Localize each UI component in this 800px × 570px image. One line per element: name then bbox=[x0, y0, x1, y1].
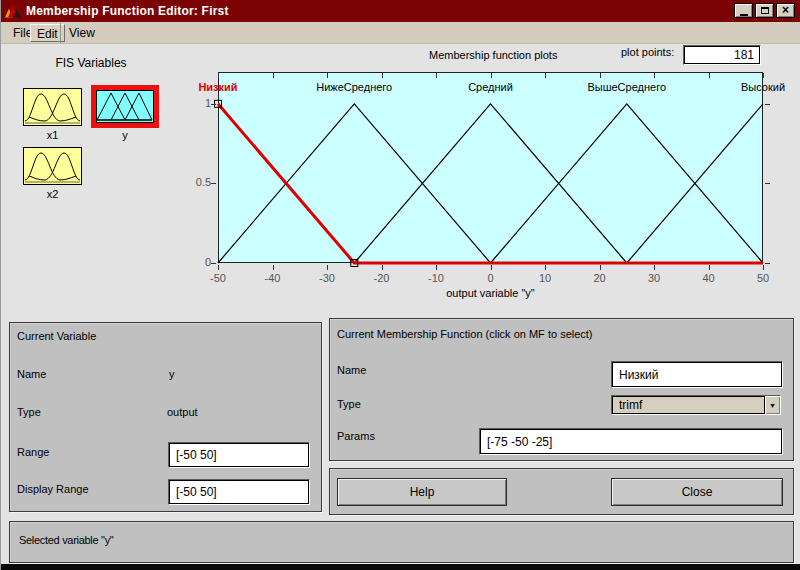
selected-variable-frame bbox=[96, 90, 154, 123]
mf-curve[interactable] bbox=[218, 104, 491, 263]
x-tick-label: 20 bbox=[580, 272, 620, 284]
x-tick bbox=[218, 265, 219, 270]
x-tick-top bbox=[436, 73, 437, 78]
x-tick bbox=[327, 265, 328, 270]
menubar: File Edit View bbox=[1, 22, 800, 44]
display-range-input[interactable] bbox=[168, 479, 310, 505]
gauss-mf-thumbnail bbox=[24, 148, 81, 184]
close-dialog-button[interactable]: Close bbox=[611, 478, 783, 506]
y-tick bbox=[211, 104, 216, 105]
x-tick bbox=[545, 265, 546, 270]
x-tick-top bbox=[491, 73, 492, 78]
x-tick-top bbox=[327, 73, 328, 78]
y-tick bbox=[211, 263, 216, 264]
current-mf-title: Current Membership Function (click on MF… bbox=[337, 328, 593, 340]
x-tick-label: 30 bbox=[634, 272, 674, 284]
minimize-button[interactable] bbox=[734, 3, 753, 18]
x-tick-label: 40 bbox=[689, 272, 729, 284]
x-tick-top bbox=[382, 73, 383, 78]
y-tick-label: 0.5 bbox=[173, 176, 211, 188]
x-tick bbox=[763, 265, 764, 270]
variable-name-value: y bbox=[169, 368, 175, 380]
y-tick-right bbox=[765, 183, 770, 184]
restore-button[interactable] bbox=[755, 3, 774, 18]
x-tick-label: -50 bbox=[198, 272, 238, 284]
window-title: Membership Function Editor: First bbox=[26, 4, 229, 18]
x-tick-top bbox=[600, 73, 601, 78]
mf-label[interactable]: Низкий bbox=[143, 81, 293, 93]
x-tick-label: -10 bbox=[416, 272, 456, 284]
menu-view[interactable]: View bbox=[63, 24, 101, 42]
status-text: Selected variable "y" bbox=[19, 534, 113, 546]
x-tick-top bbox=[218, 73, 219, 78]
y-tick bbox=[211, 183, 216, 184]
variable-label-x2: x2 bbox=[23, 188, 82, 200]
mf-curve[interactable] bbox=[218, 104, 763, 263]
mf-label[interactable]: ВышеСреднего bbox=[552, 81, 702, 93]
matlab-icon bbox=[5, 4, 21, 19]
mf-name-label: Name bbox=[337, 364, 366, 376]
plot-points-input[interactable] bbox=[683, 45, 761, 65]
x-tick-top bbox=[654, 73, 655, 78]
variable-label-x1: x1 bbox=[23, 129, 82, 141]
y-tick-right bbox=[765, 263, 770, 264]
x-tick bbox=[436, 265, 437, 270]
x-tick bbox=[600, 265, 601, 270]
display-range-label: Display Range bbox=[17, 483, 89, 495]
x-tick-top bbox=[273, 73, 274, 78]
x-tick bbox=[273, 265, 274, 270]
x-tick bbox=[654, 265, 655, 270]
mf-params-label: Params bbox=[337, 430, 375, 442]
restore-icon bbox=[761, 7, 769, 14]
fis-variables-heading: FIS Variables bbox=[25, 56, 157, 70]
variable-type-label: Type bbox=[17, 406, 41, 418]
variable-icon-x1[interactable] bbox=[23, 88, 82, 126]
membership-function-editor-window: Membership Function Editor: First × File… bbox=[0, 0, 800, 570]
x-tick-label: 10 bbox=[525, 272, 565, 284]
membership-plot-canvas[interactable] bbox=[218, 72, 763, 263]
x-tick-label: -40 bbox=[253, 272, 293, 284]
y-tick-label: 0 bbox=[173, 256, 211, 268]
x-tick bbox=[709, 265, 710, 270]
mf-params-input[interactable] bbox=[479, 428, 783, 455]
x-tick-label: -20 bbox=[362, 272, 402, 284]
mf-curve[interactable] bbox=[491, 104, 764, 263]
tri-mf-thumbnail bbox=[97, 91, 153, 122]
mf-label[interactable]: Высокий bbox=[688, 81, 800, 93]
mf-label[interactable]: НижеСреднего bbox=[279, 81, 429, 93]
menu-separator bbox=[60, 23, 61, 43]
plot-title: Membership function plots bbox=[429, 49, 557, 61]
x-tick-top bbox=[763, 73, 764, 78]
x-tick bbox=[382, 265, 383, 270]
help-button[interactable]: Help bbox=[337, 478, 507, 506]
variable-name-label: Name bbox=[17, 368, 46, 380]
mf-label[interactable]: Средний bbox=[416, 81, 566, 93]
x-tick-label: 0 bbox=[471, 272, 511, 284]
variable-icon-x2[interactable] bbox=[23, 147, 82, 185]
x-tick-label: 50 bbox=[743, 272, 783, 284]
titlebar[interactable]: Membership Function Editor: First × bbox=[1, 0, 800, 22]
status-bar: Selected variable "y" bbox=[9, 521, 794, 563]
mf-type-dropdown[interactable]: trimf ▼ bbox=[611, 395, 781, 415]
x-tick-label: -30 bbox=[307, 272, 347, 284]
chevron-down-icon[interactable]: ▼ bbox=[764, 396, 780, 414]
plot-points-label: plot points: bbox=[621, 46, 674, 58]
mf-name-input[interactable] bbox=[611, 361, 783, 388]
minimize-icon bbox=[740, 14, 748, 16]
x-axis-label: output variable "y" bbox=[218, 287, 763, 299]
mf-curve[interactable] bbox=[354, 104, 627, 263]
gauss-mf-thumbnail bbox=[24, 89, 81, 125]
window-bottom-edge bbox=[1, 564, 800, 570]
mf-type-label: Type bbox=[337, 398, 361, 410]
range-label: Range bbox=[17, 446, 49, 458]
x-tick-top bbox=[709, 73, 710, 78]
x-tick bbox=[491, 265, 492, 270]
variable-type-value: output bbox=[167, 406, 198, 418]
close-icon: × bbox=[782, 4, 789, 16]
x-tick-top bbox=[545, 73, 546, 78]
close-button[interactable]: × bbox=[776, 3, 795, 18]
y-tick-label: 1 bbox=[173, 97, 211, 109]
range-input[interactable] bbox=[168, 442, 310, 468]
variable-label-y: y bbox=[91, 129, 159, 141]
y-tick-right bbox=[765, 104, 770, 105]
